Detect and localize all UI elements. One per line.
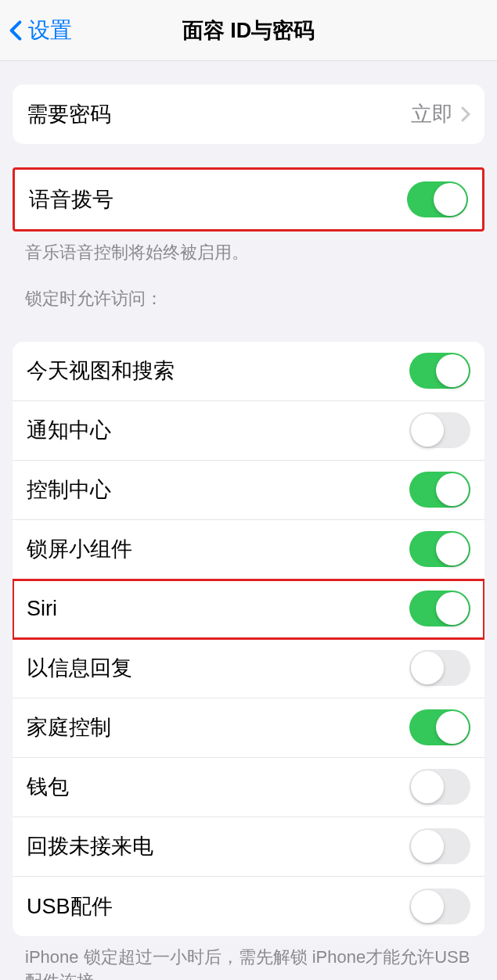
locked-access-toggle[interactable] [409,650,470,686]
locked-access-toggle[interactable] [409,353,470,389]
toggle-knob [411,890,444,923]
chevron-right-icon [461,106,470,122]
locked-access-row: 今天视图和搜索 [13,342,484,401]
voice-dial-toggle[interactable] [407,181,468,217]
locked-access-label: 钱包 [27,773,69,801]
page-title: 面容 ID与密码 [182,16,315,45]
locked-access-footer: iPhone 锁定超过一小时后，需先解锁 iPhone才能允许USB 配件连接。 [0,936,497,980]
locked-access-label: 通知中心 [27,416,111,444]
toggle-knob [411,414,444,447]
locked-access-label: 控制中心 [27,476,111,504]
locked-access-row: Siri [13,580,484,639]
locked-access-row: 钱包 [13,758,484,817]
chevron-left-icon [9,20,22,41]
locked-access-row: 锁屏小组件 [13,520,484,580]
locked-access-toggle[interactable] [409,591,470,626]
require-passcode-value: 立即 [411,100,453,128]
locked-access-label: 以信息回复 [27,654,132,682]
back-label: 设置 [28,16,72,45]
locked-access-row: USB配件 [13,877,484,936]
passcode-group: 需要密码 立即 [13,84,484,144]
toggle-knob [411,652,444,684]
voice-dial-group: 语音拨号 [13,167,484,232]
toggle-knob [434,183,466,216]
locked-access-header: 锁定时允许访问： [0,265,497,318]
locked-access-label: 回拨未接来电 [27,832,153,860]
row-right: 立即 [411,100,470,128]
locked-access-label: Siri [27,597,57,621]
locked-access-label: USB配件 [27,892,113,921]
locked-access-toggle[interactable] [409,828,470,864]
locked-access-group: 今天视图和搜索通知中心控制中心锁屏小组件Siri以信息回复家庭控制钱包回拨未接来… [13,342,484,936]
locked-access-label: 家庭控制 [27,713,111,741]
locked-access-toggle[interactable] [409,531,470,567]
locked-access-row: 家庭控制 [13,698,484,758]
locked-access-row: 通知中心 [13,401,484,461]
toggle-knob [436,592,469,625]
toggle-knob [436,473,469,506]
toggle-knob [436,533,469,565]
toggle-knob [411,770,444,803]
toggle-knob [436,711,469,744]
voice-dial-label: 语音拨号 [29,185,113,214]
voice-dial-footer: 音乐语音控制将始终被启用。 [0,232,497,265]
settings-content: 需要密码 立即 语音拨号 音乐语音控制将始终被启用。 锁定时允许访问： 今天视图… [0,84,497,980]
locked-access-row: 回拨未接来电 [13,817,484,877]
locked-access-row: 以信息回复 [13,639,484,698]
locked-access-row: 控制中心 [13,461,484,520]
toggle-knob [411,830,444,863]
require-passcode-label: 需要密码 [27,100,111,128]
locked-access-toggle[interactable] [409,888,470,924]
locked-access-label: 今天视图和搜索 [27,357,175,385]
back-button[interactable]: 设置 [0,16,72,45]
require-passcode-row[interactable]: 需要密码 立即 [13,84,484,144]
locked-access-toggle[interactable] [409,472,470,508]
toggle-knob [436,354,469,387]
voice-dial-row: 语音拨号 [15,170,482,229]
locked-access-toggle[interactable] [409,769,470,805]
locked-access-label: 锁屏小组件 [27,535,132,563]
locked-access-toggle[interactable] [409,412,470,448]
nav-bar: 设置 面容 ID与密码 [0,0,497,61]
locked-access-toggle[interactable] [409,709,470,745]
